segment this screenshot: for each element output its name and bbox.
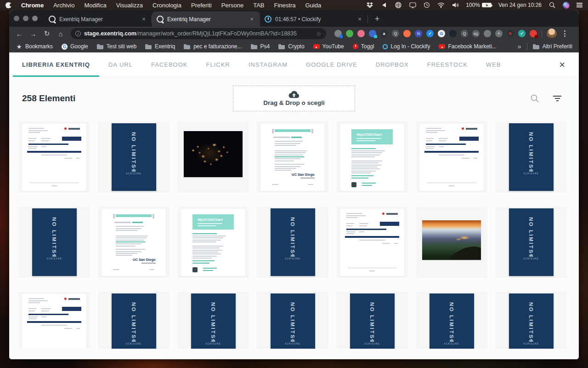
forward-button[interactable]: → <box>28 28 39 39</box>
menu-item[interactable]: Visualizza <box>116 2 143 9</box>
library-tab-facebook[interactable]: FACEBOOK <box>142 52 197 77</box>
spotlight-search-icon[interactable] <box>548 1 556 9</box>
media-thumbnail-cover[interactable]: NO LIMITS!ACRISURE <box>495 207 567 278</box>
extension-icon[interactable]: ✓ <box>518 30 526 37</box>
library-tab-flickr[interactable]: FLICKR <box>197 52 239 77</box>
media-thumbnail-invoice[interactable] <box>18 292 90 349</box>
profile-avatar[interactable] <box>547 29 557 39</box>
media-thumbnail-sicily[interactable] <box>177 121 249 193</box>
drag-drop-zone[interactable]: Drag & Drop o scegli <box>233 86 355 111</box>
bookmarks-overflow-chevron[interactable]: » <box>518 43 521 50</box>
browser-tab[interactable]: Exentriq Manager× <box>44 12 152 27</box>
media-thumbnail-myucsd[interactable]: MyUCSDChart <box>336 121 408 193</box>
media-thumbnail-cover[interactable]: NO LIMITS!ACRISURE <box>416 292 487 349</box>
menu-item[interactable]: Modifica <box>84 2 106 9</box>
extension-icon[interactable] <box>449 30 457 37</box>
bookmark-item[interactable]: YouTube <box>313 43 344 50</box>
media-thumbnail-cover[interactable]: NO LIMITS!ACRISURE <box>495 292 567 349</box>
media-thumbnail-invoice[interactable] <box>18 121 90 193</box>
tab-close-icon[interactable]: × <box>140 16 147 23</box>
volume-menu-icon[interactable] <box>452 1 459 9</box>
media-thumbnail-ucsd[interactable]: UC San Diego <box>98 207 170 278</box>
library-tab-freestock[interactable]: FREESTOCK <box>418 52 477 77</box>
media-thumbnail-cover[interactable]: NO LIMITS!ACRISURE <box>495 121 567 193</box>
media-thumbnail-cover[interactable]: NO LIMITS!ACRISURE <box>18 207 90 278</box>
bookmark-star-icon[interactable]: ☆ <box>316 30 322 37</box>
extension-icon[interactable]: N <box>415 30 422 37</box>
extension-icon[interactable]: K <box>507 30 514 37</box>
extension-icon[interactable]: Q <box>461 30 468 37</box>
media-thumbnail-cover[interactable]: NO LIMITS!ACRISURE <box>257 207 328 278</box>
bookmark-item[interactable]: pec e fatturazione... <box>184 43 242 50</box>
globe-menu-icon[interactable] <box>395 1 402 9</box>
back-button[interactable]: ← <box>14 28 25 39</box>
search-icon[interactable] <box>530 94 539 103</box>
home-button[interactable]: ⌂ <box>55 28 66 39</box>
library-tab-libreria-exentriq[interactable]: LIBRERIA EXENTRIQ <box>13 52 99 77</box>
menu-item[interactable]: Guida <box>305 2 321 9</box>
bookmark-item[interactable]: Log In - Clockify <box>383 43 430 50</box>
bookmark-item[interactable]: Facebook Marketi... <box>439 43 496 50</box>
other-bookmarks-folder[interactable]: Altri Preferiti <box>533 43 572 50</box>
media-thumbnail-cover[interactable]: NO LIMITS!ACRISURE <box>336 292 408 349</box>
filter-icon[interactable] <box>551 94 563 103</box>
library-tab-web[interactable]: WEB <box>477 52 510 77</box>
media-thumbnail-invoice[interactable] <box>336 207 408 278</box>
extension-icon[interactable]: + <box>495 30 503 37</box>
window-close-button[interactable] <box>14 16 19 21</box>
library-tab-google-drive[interactable]: GOOGLE DRIVE <box>297 52 367 77</box>
extension-icon[interactable] <box>357 30 365 37</box>
menu-item[interactable]: Archivio <box>53 2 74 9</box>
displays-menu-icon[interactable] <box>409 1 416 9</box>
menu-item[interactable]: Chrome <box>21 2 44 9</box>
menu-item[interactable]: TAB <box>253 2 264 9</box>
battery-indicator[interactable]: 100% <box>466 2 492 8</box>
site-info-icon[interactable]: i <box>75 31 81 36</box>
bookmark-item[interactable]: Exentriq <box>145 43 175 50</box>
library-tab-da-url[interactable]: DA URL <box>99 52 142 77</box>
media-thumbnail-cover[interactable]: NO LIMITS!ACRISURE <box>98 292 170 349</box>
bookmark-item[interactable]: Ps4 <box>251 43 270 50</box>
siri-icon[interactable] <box>563 2 570 9</box>
notification-center-icon[interactable] <box>577 3 582 7</box>
wifi-menu-icon[interactable] <box>437 1 445 9</box>
extension-icon[interactable] <box>530 30 537 37</box>
tab-close-icon[interactable]: × <box>248 16 255 23</box>
extension-icon[interactable] <box>334 30 342 37</box>
media-thumbnail-cover[interactable]: NO LIMITS!ACRISURE <box>98 121 170 193</box>
media-thumbnail-cover[interactable]: NO LIMITS!ACRISURE <box>177 292 249 349</box>
media-thumbnail-cover[interactable]: NO LIMITS!ACRISURE <box>257 292 328 349</box>
window-zoom-button[interactable] <box>32 16 38 21</box>
extension-icon[interactable]: SQ <box>472 30 480 37</box>
extension-icon[interactable] <box>484 30 491 37</box>
new-tab-button[interactable]: + <box>371 12 384 25</box>
extension-icon[interactable] <box>346 30 353 37</box>
bookmark-item[interactable]: Test siti web <box>97 43 136 50</box>
extension-icon[interactable]: ✓ <box>426 30 434 37</box>
menu-item[interactable]: Finestra <box>274 2 296 9</box>
tab-close-icon[interactable]: × <box>356 16 363 23</box>
bookmark-item[interactable]: Toggl <box>353 43 374 50</box>
menu-item[interactable]: Cronologia <box>153 2 181 9</box>
apple-menu-icon[interactable] <box>6 2 11 8</box>
media-thumbnail-ucsd[interactable]: UC San Diego <box>257 121 328 193</box>
browser-tab[interactable]: 01:46:57 • Clockify× <box>260 12 368 27</box>
media-thumbnail-myucsd[interactable]: MyUCSDChart <box>177 207 249 278</box>
bookmark-item[interactable]: GGoogle <box>62 43 88 50</box>
extension-icon[interactable]: Q <box>392 30 399 37</box>
address-bar[interactable]: i stage.exentriq.com/manager/work_order/… <box>71 28 326 39</box>
media-thumbnail-invoice[interactable] <box>416 121 487 193</box>
reload-button[interactable]: ↻ <box>41 28 52 39</box>
window-minimize-button[interactable] <box>23 16 28 21</box>
browser-menu-icon[interactable] <box>560 30 569 37</box>
extension-icon[interactable]: G <box>438 30 445 37</box>
menu-item[interactable]: Preferiti <box>191 2 212 9</box>
close-library-button[interactable]: × <box>553 52 571 77</box>
extension-icon[interactable] <box>369 30 376 37</box>
menu-item[interactable]: Persone <box>221 2 243 9</box>
back-arrow-menu-icon[interactable] <box>380 1 388 9</box>
time-machine-menu-icon[interactable] <box>423 1 430 9</box>
library-tab-dropbox[interactable]: DROPBOX <box>367 52 418 77</box>
bookmark-item[interactable]: ★Bookmarks <box>16 43 53 50</box>
dropbox-menu-icon[interactable] <box>366 1 373 9</box>
